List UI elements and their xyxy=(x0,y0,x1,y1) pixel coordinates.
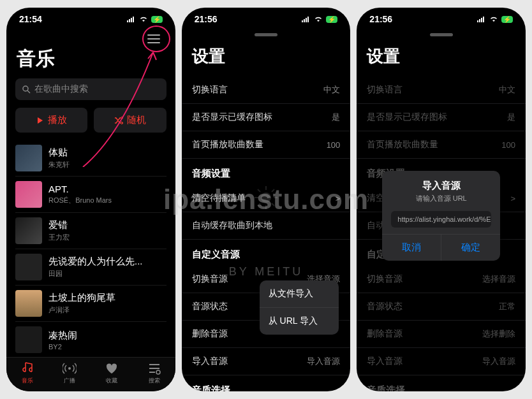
svg-rect-3 xyxy=(133,17,134,22)
svg-rect-12 xyxy=(304,19,305,22)
status-icons: ⚡ xyxy=(302,16,337,23)
setting-label: 切换音源 xyxy=(192,273,228,285)
setting-value: 导入音源 xyxy=(307,356,340,367)
setting-label: 音源状态 xyxy=(192,301,228,312)
svg-point-15 xyxy=(261,192,271,203)
setting-row[interactable]: 删除音源选择删除 xyxy=(357,321,526,348)
menu-button[interactable] xyxy=(144,31,164,47)
tab-3[interactable]: 搜索 xyxy=(133,361,175,385)
song-item[interactable]: 体贴朱克轩 xyxy=(15,140,166,177)
setting-label: 导入音源 xyxy=(192,356,228,367)
svg-line-5 xyxy=(27,91,30,93)
screen-settings-dialog: 21:56 ⚡ 设置 切换语言中文是否显示已缓存图标是首页播放歌曲数量100音频… xyxy=(357,8,526,391)
song-artist: 王力宏 xyxy=(48,233,70,242)
confirm-button[interactable]: 确定 xyxy=(441,235,500,261)
setting-label: 清空待播清单 xyxy=(192,192,246,204)
setting-row[interactable]: 是否显示已缓存图标是 xyxy=(182,104,351,131)
cancel-button[interactable]: 取消 xyxy=(382,235,441,261)
url-input-dialog: 导入音源 请输入音源 URL https://alist.yinghai.wor… xyxy=(382,171,500,261)
svg-point-4 xyxy=(23,86,28,91)
shuffle-button[interactable]: 随机 xyxy=(94,108,166,133)
setting-value: 是 xyxy=(332,112,340,123)
setting-value: > xyxy=(510,194,515,203)
search-icon xyxy=(22,85,31,94)
song-item[interactable]: 先说爱的人为什么先...田园 xyxy=(15,249,166,286)
setting-row[interactable]: 切换语言中文 xyxy=(182,76,351,104)
song-item[interactable]: 凑热闹BY2 xyxy=(15,322,166,357)
svg-line-21 xyxy=(272,203,274,206)
song-item[interactable]: 土坡上的狗尾草卢润泽 xyxy=(15,286,166,322)
song-artist: 田园 xyxy=(48,269,143,279)
search-input[interactable]: 在歌曲中搜索 xyxy=(15,78,166,100)
song-artist: 卢润泽 xyxy=(48,305,115,315)
setting-value: 选择音源 xyxy=(482,273,515,285)
battery-icon: ⚡ xyxy=(151,16,163,23)
svg-rect-11 xyxy=(302,20,303,22)
setting-row[interactable]: 音源状态正常 xyxy=(357,293,526,321)
tab-icon xyxy=(147,361,161,375)
svg-rect-26 xyxy=(481,18,482,22)
song-title: 爱错 xyxy=(48,219,70,231)
page-title: 设置 xyxy=(357,36,526,76)
settings-list[interactable]: 切换语言中文是否显示已缓存图标是首页播放歌曲数量100音频设置清空待播清单>自动… xyxy=(182,76,351,391)
status-time: 21:56 xyxy=(369,14,392,24)
svg-rect-25 xyxy=(479,19,480,22)
play-button[interactable]: 播放 xyxy=(15,108,87,133)
page-title: 设置 xyxy=(182,36,351,76)
setting-row[interactable]: 首页播放歌曲数量100 xyxy=(182,131,351,159)
setting-row[interactable]: 切换语言中文 xyxy=(357,76,526,104)
tab-1[interactable]: 广播 xyxy=(48,361,91,385)
battery-icon: ⚡ xyxy=(501,16,513,23)
svg-point-10 xyxy=(156,370,160,374)
tab-label: 广播 xyxy=(64,377,75,385)
setting-row[interactable]: 自动缓存歌曲到本地 xyxy=(182,212,351,240)
svg-line-20 xyxy=(258,189,260,192)
setting-row[interactable]: 是否显示已缓存图标是 xyxy=(357,104,526,131)
song-title: 体贴 xyxy=(48,147,70,159)
svg-rect-2 xyxy=(131,18,132,22)
setting-label: 切换语言 xyxy=(192,84,228,96)
album-cover xyxy=(15,181,42,208)
song-item[interactable]: 爱错王力宏 xyxy=(15,213,166,249)
action-buttons: 播放 随机 xyxy=(6,100,175,140)
status-bar: 21:54 ⚡ xyxy=(6,8,175,27)
status-icons: ⚡ xyxy=(477,16,513,23)
section-header: 自定义音源 xyxy=(182,240,351,266)
import-from-url[interactable]: 从 URL 导入 xyxy=(260,308,339,335)
song-artist: BY2 xyxy=(48,343,77,351)
status-icons: ⚡ xyxy=(127,16,163,23)
song-item[interactable]: APT.ROSÉ、Bruno Mars xyxy=(15,177,166,213)
setting-row[interactable]: 导入音源导入音源 xyxy=(182,348,351,375)
song-title: 先说爱的人为什么先... xyxy=(48,256,143,268)
screen-music: 21:54 ⚡ 音乐 在歌曲中搜索 播放 随机 体贴朱克轩APT.ROSÉ、Br… xyxy=(6,8,175,391)
tab-label: 收藏 xyxy=(106,377,117,385)
song-artist: ROSÉ、Bruno Mars xyxy=(48,196,112,205)
screen-settings-popup: 21:56 ⚡ 设置 切换语言中文是否显示已缓存图标是首页播放歌曲数量100音频… xyxy=(182,8,351,391)
status-bar: 21:56 ⚡ xyxy=(357,8,526,27)
setting-label: 自动缓存歌曲到本地 xyxy=(192,220,272,231)
status-time: 21:54 xyxy=(19,14,42,24)
dialog-buttons: 取消 确定 xyxy=(382,234,500,261)
song-title: APT. xyxy=(48,184,112,194)
svg-rect-0 xyxy=(127,20,128,22)
setting-value: 100 xyxy=(327,140,341,150)
setting-row[interactable]: 切换音源选择音源 xyxy=(357,266,526,293)
album-cover xyxy=(15,254,42,280)
setting-row[interactable]: 首页播放歌曲数量100 xyxy=(357,131,526,159)
url-input[interactable]: https://alist.yinghai.work/d/%E8%B... xyxy=(391,211,491,228)
song-title: 土坡上的狗尾草 xyxy=(48,292,115,304)
tab-2[interactable]: 收藏 xyxy=(91,361,133,385)
setting-row[interactable]: 导入音源导入音源 xyxy=(357,348,526,375)
song-list[interactable]: 体贴朱克轩APT.ROSÉ、Bruno Mars爱错王力宏先说爱的人为什么先..… xyxy=(6,140,175,357)
tab-icon xyxy=(63,361,77,375)
status-bar: 21:56 ⚡ xyxy=(182,8,351,27)
section-header: 音质选择 xyxy=(182,375,351,391)
tab-0[interactable]: 音乐 xyxy=(6,361,48,385)
tab-icon xyxy=(105,361,119,375)
status-time: 21:56 xyxy=(195,14,218,24)
svg-line-22 xyxy=(258,203,260,206)
setting-label: 删除音源 xyxy=(192,328,228,340)
setting-value: 选择删除 xyxy=(482,328,515,340)
album-cover xyxy=(15,217,42,244)
import-from-file[interactable]: 从文件导入 xyxy=(260,280,339,308)
